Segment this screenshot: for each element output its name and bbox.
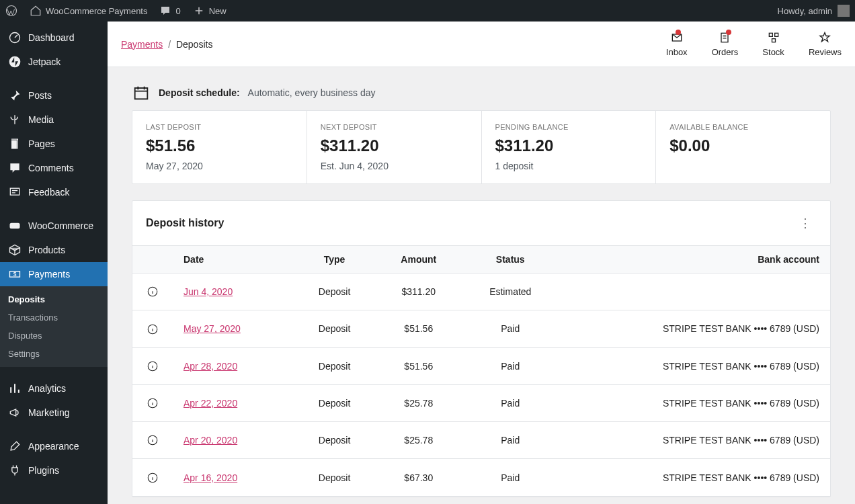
- info-icon[interactable]: [147, 360, 159, 372]
- info-icon[interactable]: [147, 323, 159, 335]
- deposit-status: Paid: [462, 422, 559, 459]
- submenu-item-deposits[interactable]: Deposits: [0, 290, 108, 308]
- menu-item-payments[interactable]: Payments: [0, 262, 108, 286]
- stock-icon: [767, 31, 780, 44]
- col-header[interactable]: Type: [294, 246, 375, 274]
- admin-bar: WooCommerce Payments 0 New Howdy, admin: [0, 0, 855, 22]
- media-icon: [8, 113, 22, 126]
- deposit-type: Deposit: [294, 384, 375, 421]
- menu-item-plugins[interactable]: Plugins: [0, 458, 108, 482]
- card-amount: $311.20: [321, 136, 468, 155]
- deposit-amount: $25.78: [375, 422, 462, 459]
- orders-icon: [718, 31, 731, 44]
- deposit-amount: $51.56: [375, 310, 462, 347]
- menu-item-comments[interactable]: Comments: [0, 156, 108, 180]
- menu-item-marketing[interactable]: Marketing: [0, 401, 108, 425]
- account-menu[interactable]: Howdy, admin: [778, 5, 850, 17]
- deposit-date-link[interactable]: Apr 28, 2020: [184, 361, 237, 372]
- table-row: Apr 28, 2020Deposit$51.56PaidSTRIPE TEST…: [132, 347, 830, 384]
- menu-item-media[interactable]: Media: [0, 108, 108, 132]
- info-icon[interactable]: [147, 434, 159, 446]
- summary-cards: LAST DEPOSIT$51.56May 27, 2020NEXT DEPOS…: [132, 110, 831, 184]
- deposit-date-link[interactable]: Apr 16, 2020: [184, 472, 237, 483]
- activity-reviews[interactable]: Reviews: [809, 31, 842, 57]
- reviews-icon: [818, 31, 831, 44]
- card-caption: AVAILABLE BALANCE: [669, 123, 817, 131]
- menu-item-analytics[interactable]: Analytics: [0, 376, 108, 401]
- summary-card: PENDING BALANCE$311.201 deposit: [482, 111, 657, 183]
- activity-inbox[interactable]: Inbox: [666, 31, 688, 57]
- wp-logo[interactable]: [5, 5, 17, 17]
- col-header[interactable]: [132, 246, 173, 274]
- breadcrumb-parent[interactable]: Payments: [121, 39, 163, 50]
- top-bar: Payments / Deposits InboxOrdersStockRevi…: [108, 22, 855, 67]
- new-label: New: [209, 6, 227, 16]
- comment-icon: [8, 161, 22, 175]
- deposit-date-link[interactable]: Apr 20, 2020: [184, 435, 237, 446]
- menu-label: Feedback: [28, 187, 69, 198]
- deposit-date-link[interactable]: Apr 22, 2020: [184, 398, 237, 409]
- menu-label: Analytics: [28, 383, 66, 394]
- menu-item-woocommerce[interactable]: WooCommerce: [0, 214, 108, 238]
- woo-icon: [8, 219, 22, 233]
- card-caption: NEXT DEPOSIT: [321, 123, 468, 131]
- summary-card: AVAILABLE BALANCE$0.00: [656, 111, 830, 183]
- table-row: Apr 20, 2020Deposit$25.78PaidSTRIPE TEST…: [132, 422, 830, 459]
- activity-orders[interactable]: Orders: [712, 31, 739, 57]
- menu-label: Plugins: [28, 465, 59, 476]
- col-header[interactable]: Bank account: [559, 246, 830, 274]
- deposit-date-link[interactable]: May 27, 2020: [184, 323, 241, 334]
- history-panel: Deposit history ⋮ DateTypeAmountStatusBa…: [132, 200, 831, 497]
- menu-label: Dashboard: [28, 32, 75, 43]
- deposit-date-link[interactable]: Jun 4, 2020: [184, 286, 233, 297]
- menu-label: Payments: [28, 269, 70, 280]
- menu-item-dashboard[interactable]: Dashboard: [0, 26, 108, 50]
- table-row: May 27, 2020Deposit$51.56PaidSTRIPE TEST…: [132, 310, 830, 347]
- box-icon: [8, 243, 22, 257]
- menu-item-posts[interactable]: Posts: [0, 83, 108, 108]
- menu-label: WooCommerce: [28, 220, 93, 231]
- deposit-amount: $67.30: [375, 459, 462, 496]
- col-header[interactable]: Status: [462, 246, 559, 274]
- deposit-status: Paid: [462, 310, 559, 347]
- info-icon[interactable]: [147, 472, 159, 484]
- activity-label: Stock: [762, 47, 784, 57]
- activity-stock[interactable]: Stock: [762, 31, 784, 57]
- info-icon[interactable]: [147, 397, 159, 409]
- col-header[interactable]: Date: [173, 246, 294, 274]
- activity-label: Inbox: [666, 47, 688, 57]
- deposit-amount: $51.56: [375, 347, 462, 384]
- deposit-bank: STRIPE TEST BANK •••• 6789 (USD): [559, 422, 830, 459]
- submenu-item-settings[interactable]: Settings: [0, 345, 108, 363]
- col-header[interactable]: Amount: [375, 246, 462, 274]
- menu-label: Comments: [28, 163, 74, 173]
- deposit-type: Deposit: [294, 310, 375, 347]
- site-name-link[interactable]: WooCommerce Payments: [30, 5, 147, 17]
- new-content-link[interactable]: New: [193, 5, 227, 17]
- menu-label: Appearance: [28, 441, 79, 452]
- history-menu-button[interactable]: ⋮: [794, 213, 817, 233]
- menu-item-pages[interactable]: Pages: [0, 132, 108, 156]
- deposit-status: Paid: [462, 384, 559, 421]
- comments-link[interactable]: 0: [159, 5, 180, 17]
- howdy-text: Howdy, admin: [778, 6, 832, 16]
- menu-label: Products: [28, 245, 65, 255]
- menu-item-appearance[interactable]: Appearance: [0, 434, 108, 458]
- deposit-amount: $311.20: [375, 274, 462, 310]
- home-icon: [30, 5, 42, 17]
- main-content: Payments / Deposits InboxOrdersStockRevi…: [108, 22, 855, 504]
- deposit-type: Deposit: [294, 347, 375, 384]
- menu-item-feedback[interactable]: Feedback: [0, 180, 108, 204]
- deposit-bank: [559, 274, 830, 310]
- menu-item-products[interactable]: Products: [0, 238, 108, 262]
- submenu-item-transactions[interactable]: Transactions: [0, 308, 108, 327]
- jetpack-icon: [8, 55, 22, 69]
- menu-label: Jetpack: [28, 56, 60, 67]
- wordpress-icon: [5, 5, 17, 17]
- card-subtext: Est. Jun 4, 2020: [321, 161, 468, 171]
- card-subtext: 1 deposit: [495, 161, 643, 171]
- info-icon[interactable]: [147, 286, 159, 298]
- inbox-icon: [670, 31, 684, 44]
- menu-item-jetpack[interactable]: Jetpack: [0, 50, 108, 74]
- submenu-item-disputes[interactable]: Disputes: [0, 327, 108, 345]
